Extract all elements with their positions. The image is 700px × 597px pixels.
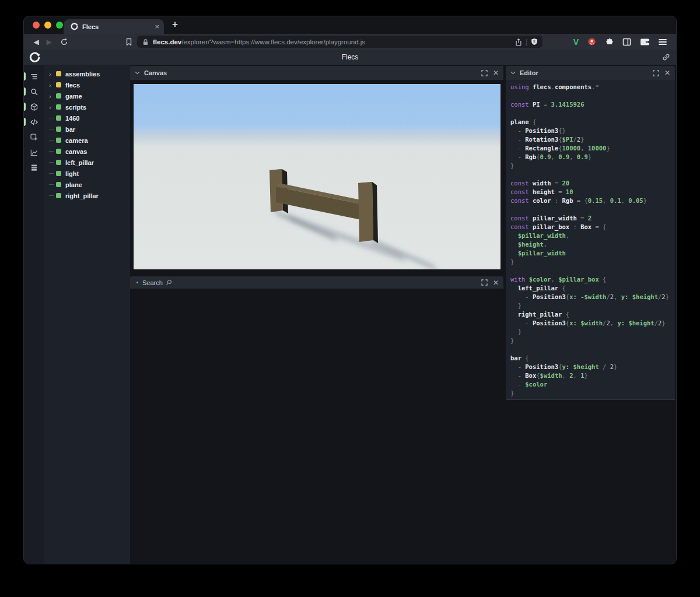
canvas-panel-title: Canvas: [144, 69, 167, 76]
reload-button[interactable]: [60, 38, 68, 46]
browser-toolbar: ◀ ▶ flecs.dev/explorer/?wasm=https://www…: [24, 34, 676, 50]
code-line: using flecs.components.*: [510, 83, 675, 92]
cube-icon: [30, 103, 38, 111]
code-line: $height,: [510, 240, 675, 249]
code-line: const pillar_box : Box = {: [510, 223, 675, 231]
minimize-window-button[interactable]: [44, 22, 51, 29]
fullscreen-icon[interactable]: [481, 279, 488, 286]
close-icon[interactable]: ✕: [493, 279, 499, 286]
rail-button-tree-view-icon[interactable]: [24, 69, 44, 84]
search-icon-small: [166, 279, 172, 286]
code-line: [510, 92, 675, 100]
entity-color-swatch: [56, 160, 61, 165]
tree-item-label: scripts: [65, 104, 86, 111]
expander-icon[interactable]: ›: [49, 82, 56, 89]
rail-button-chart-icon[interactable]: [24, 145, 44, 160]
code-line: const color : Rgb = {0.15, 0.1, 0.05}: [510, 196, 675, 205]
tree-item-1460[interactable]: 1460: [44, 113, 130, 124]
browser-tab[interactable]: Flecs ×: [64, 19, 164, 34]
page-title: Flecs: [24, 53, 676, 61]
rail-button-search-icon[interactable]: [24, 84, 44, 99]
tree-item-bar[interactable]: bar: [44, 124, 130, 135]
right-pillar-front: [358, 182, 373, 242]
url-text: flecs.dev/explorer/?wasm=https://www.fle…: [153, 38, 515, 45]
code-line: [510, 170, 675, 179]
rail-button-code-icon[interactable]: [24, 114, 44, 129]
tree-item-assemblies[interactable]: ›assemblies: [44, 68, 130, 79]
leaf-dash-icon: [49, 173, 56, 174]
close-window-button[interactable]: [33, 22, 40, 29]
entity-color-swatch: [56, 182, 61, 187]
new-tab-button[interactable]: +: [172, 19, 178, 30]
vue-devtools-icon[interactable]: V: [573, 37, 579, 47]
code-line: - Rotation3{$PI/2}: [510, 135, 675, 144]
close-icon[interactable]: ✕: [493, 69, 499, 76]
code-line: [510, 205, 675, 214]
tab-close-icon[interactable]: ×: [155, 23, 159, 30]
code-line: $pillar_width: [510, 249, 675, 258]
share-link-icon[interactable]: [662, 53, 670, 61]
tree-item-scripts[interactable]: ›scripts: [44, 101, 130, 113]
tree-item-label: plane: [65, 181, 82, 188]
code-line: const pillar_width = 2: [510, 214, 675, 223]
canvas-panel-header[interactable]: Canvas ✕: [130, 66, 503, 80]
editor-panel-header[interactable]: Editor ✕: [506, 66, 675, 80]
red-extension-icon[interactable]: [587, 37, 596, 46]
wallet-icon[interactable]: [640, 38, 650, 46]
rail-button-inspector-icon[interactable]: [24, 129, 44, 145]
extensions-puzzle-icon[interactable]: [605, 37, 614, 46]
share-icon[interactable]: [515, 38, 522, 46]
entity-color-swatch: [56, 71, 61, 76]
tree-view-icon: [30, 72, 38, 81]
leaf-dash-icon: [49, 140, 56, 141]
tab-strip: Flecs × +: [24, 16, 676, 34]
collapsed-indicator-dot[interactable]: [136, 282, 138, 283]
expander-icon[interactable]: ›: [49, 104, 56, 111]
expander-icon[interactable]: ›: [49, 71, 56, 78]
tree-item-camera[interactable]: camera: [44, 135, 130, 146]
tree-item-flecs[interactable]: ›flecs: [44, 79, 130, 90]
zoom-window-button[interactable]: [56, 22, 63, 29]
code-editor[interactable]: using flecs.components.* const PI = 3.14…: [506, 80, 675, 400]
fullscreen-icon[interactable]: [481, 70, 488, 76]
url-bar[interactable]: flecs.dev/explorer/?wasm=https://www.fle…: [137, 36, 542, 48]
tree-item-label: canvas: [65, 148, 87, 155]
code-line: with $color, $pillar_box {: [510, 275, 675, 284]
3d-viewport[interactable]: [134, 84, 501, 269]
chevron-down-icon[interactable]: [510, 71, 516, 75]
tree-item-left_pillar[interactable]: left_pillar: [44, 157, 130, 168]
code-line: bar {: [510, 354, 675, 363]
tree-item-light[interactable]: light: [44, 168, 130, 179]
tree-item-label: right_pillar: [65, 192, 99, 199]
tree-item-label: game: [65, 93, 82, 100]
divider: |: [526, 38, 527, 46]
forward-button[interactable]: ▶: [43, 38, 55, 46]
brave-shield-icon[interactable]: [531, 38, 538, 45]
tree-item-canvas[interactable]: canvas: [44, 146, 130, 157]
leaf-dash-icon: [49, 162, 56, 163]
chevron-down-icon[interactable]: [135, 71, 140, 75]
search-panel-title: Search: [142, 279, 163, 286]
search-panel-header[interactable]: Search ✕: [130, 276, 503, 289]
code-line: [510, 109, 675, 118]
fullscreen-icon[interactable]: [653, 70, 659, 76]
rail-button-memory-icon[interactable]: [24, 160, 44, 175]
sidebar-toggle-icon[interactable]: [622, 38, 631, 46]
active-indicator: [24, 72, 26, 80]
menu-icon[interactable]: [659, 38, 667, 45]
tree-item-label: light: [65, 170, 79, 177]
entity-color-swatch: [56, 138, 61, 143]
browser-window: Flecs × + ◀ ▶ flecs.dev/explorer/?wasm=h…: [23, 16, 677, 564]
editor-panel-title: Editor: [520, 69, 538, 76]
expander-icon[interactable]: ›: [49, 93, 56, 100]
tree-item-game[interactable]: ›game: [44, 90, 130, 101]
bookmark-icon[interactable]: [125, 38, 132, 46]
code-line: - Box{$width, 2, 1}: [510, 371, 675, 380]
close-icon[interactable]: ✕: [664, 69, 670, 76]
tree-item-plane[interactable]: plane: [44, 179, 130, 190]
tree-item-right_pillar[interactable]: right_pillar: [44, 190, 130, 201]
code-line: plane {: [510, 118, 675, 127]
rail-button-cube-icon[interactable]: [24, 99, 44, 114]
code-line: $pillar_width,: [510, 231, 675, 240]
back-button[interactable]: ◀: [30, 38, 43, 46]
